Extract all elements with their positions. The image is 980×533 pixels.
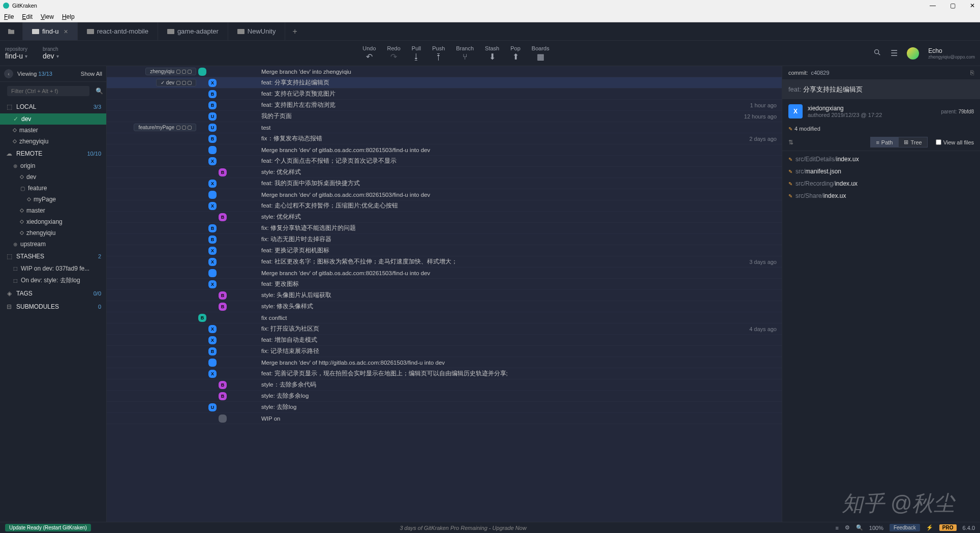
commit-row[interactable]: Xfeat: 增加自动走模式 — [107, 335, 782, 346]
commit-node[interactable] — [208, 146, 217, 154]
minimize-button[interactable]: — — [928, 2, 938, 9]
commit-row[interactable]: Bfix: 记录结束展示路径 — [107, 346, 782, 357]
commit-node[interactable]: X — [208, 258, 217, 266]
menu-file[interactable]: File — [2, 13, 16, 20]
commit-row[interactable]: Bfeat: 支持在记录页预览图片 — [107, 88, 782, 100]
redo-button[interactable]: Redo ↷ — [387, 45, 401, 62]
file-row[interactable]: ✎src/Share/index.ux — [782, 190, 980, 202]
local-branch-dev[interactable]: ✓dev — [0, 113, 106, 125]
commit-row[interactable]: Xfeat: 个人页面点击不报错；记录页首次记录不显示 — [107, 156, 782, 167]
pop-button[interactable]: Pop ⬆ — [510, 45, 520, 62]
commit-row[interactable]: Merge branch 'dev' of gitlab.os.adc.com:… — [107, 144, 782, 156]
undo-button[interactable]: Undo ↶ — [362, 45, 376, 62]
feedback-button[interactable]: Feedback — [890, 524, 920, 531]
commit-row[interactable]: Bfix: 修复分享轨迹不能选图片的问题 — [107, 223, 782, 234]
submodules-section[interactable]: ⊟ SUBMODULES 0 — [0, 300, 106, 313]
commit-row[interactable]: Xfeat: 走心过程不支持暂停；压缩图片;优化走心按钮 — [107, 200, 782, 212]
commit-row[interactable]: Bfix: 动态无图片时去掉容器 — [107, 234, 782, 245]
remote-branch-xiedongxiang[interactable]: xiedongxiang — [0, 216, 106, 227]
commit-row[interactable]: Xfeat: 我的页面中添加拆桌面快捷方式 — [107, 178, 782, 189]
commit-node[interactable]: X — [208, 280, 217, 288]
close-button[interactable]: ✕ — [968, 2, 977, 9]
commit-node[interactable]: B — [219, 213, 227, 221]
branch-tag[interactable]: feature/myPage — [134, 124, 196, 131]
commit-node[interactable]: B — [208, 224, 217, 232]
path-view-button[interactable]: ≡ Path — [870, 137, 898, 147]
remote-branch-dev[interactable]: dev — [0, 171, 106, 183]
commit-row[interactable]: Xfeat: 更改图标 — [107, 279, 782, 290]
zoom-level[interactable]: 100% — [869, 525, 883, 531]
tab-game-adapter[interactable]: game-adapter — [158, 22, 228, 40]
stash-item[interactable]: ⬚WIP on dev: 037fad9 fe... — [0, 263, 106, 274]
user-avatar[interactable] — [907, 47, 919, 60]
settings-button[interactable]: ☰ — [891, 48, 898, 58]
commit-node[interactable] — [198, 68, 206, 76]
branch-tag[interactable]: zhengyiqiu — [145, 68, 196, 75]
commit-row[interactable]: Bstyle: 优化样式 — [107, 212, 782, 223]
commit-row[interactable]: Bstyle: 头像图片从后端获取 — [107, 290, 782, 301]
branch-button[interactable]: Branch ⑂ — [456, 45, 474, 62]
view-all-checkbox[interactable] — [936, 139, 941, 145]
commit-node[interactable]: B — [219, 381, 227, 389]
commit-node[interactable]: X — [208, 370, 217, 378]
local-branch-master[interactable]: master — [0, 125, 106, 136]
commit-node[interactable]: B — [219, 291, 227, 300]
push-button[interactable]: Push ⭱ — [432, 45, 445, 62]
menu-edit[interactable]: Edit — [20, 13, 35, 20]
commit-row[interactable]: Ustyle: 去除log — [107, 402, 782, 413]
add-tab-button[interactable]: + — [285, 22, 304, 40]
commit-graph[interactable]: zhengyiqiuMerge branch 'dev' into zhengy… — [107, 66, 782, 522]
boards-button[interactable]: Boards ▦ — [532, 45, 549, 62]
commit-node[interactable]: B — [208, 90, 217, 98]
list-icon[interactable]: ≡ — [835, 525, 838, 531]
commit-node[interactable]: B — [219, 168, 227, 176]
commit-row[interactable]: Merge branch 'dev' of http://gitlab.os.a… — [107, 357, 782, 368]
commit-node[interactable] — [219, 414, 227, 423]
tab-react-antd-mobile[interactable]: react-antd-mobile — [78, 22, 158, 40]
tab-find-u[interactable]: find-u × — [23, 22, 78, 40]
remote-branch-master[interactable]: master — [0, 205, 106, 216]
commit-node[interactable]: X — [208, 79, 217, 87]
remote-upstream[interactable]: ⊕upstream — [0, 239, 106, 250]
commit-row[interactable]: Bstyle：去除多余代码 — [107, 379, 782, 391]
commit-node[interactable]: B — [198, 314, 206, 322]
commit-row[interactable]: Bfeat: 支持图片左右滑动浏览1 hour ago — [107, 100, 782, 111]
maximize-button[interactable]: ▢ — [948, 2, 958, 9]
commit-row[interactable]: Merge branch 'dev' of gitlab.os.adc.com:… — [107, 268, 782, 279]
pull-button[interactable]: Pull ⭳ — [412, 45, 421, 62]
zoom-icon[interactable]: 🔍 — [856, 524, 863, 531]
nav-back-button[interactable]: ‹ — [4, 69, 13, 78]
tree-view-button[interactable]: ⊞ Tree — [898, 137, 927, 147]
commit-node[interactable]: B — [219, 392, 227, 400]
repo-dropdown[interactable]: repository find-u ▾ — [5, 46, 27, 60]
file-row[interactable]: ✎src/Recording/index.ux — [782, 177, 980, 190]
view-all-files-toggle[interactable]: View all files — [936, 139, 974, 145]
remote-branch-zhengyiqiu[interactable]: zhengyiqiu — [0, 227, 106, 239]
commit-node[interactable]: B — [208, 135, 217, 143]
local-branch-zhengyiqiu[interactable]: zhengyiqiu — [0, 136, 106, 147]
branch-dropdown[interactable]: branch dev ▾ — [43, 46, 59, 60]
search-icon[interactable]: 🔍 — [96, 87, 103, 95]
remote-origin[interactable]: ⊕origin — [0, 160, 106, 171]
commit-row[interactable]: Merge branch 'dev' of gitlab.os.adc.com:… — [107, 189, 782, 200]
menu-view[interactable]: View — [39, 13, 56, 20]
commit-node[interactable]: X — [208, 247, 217, 255]
remote-branch-mypage[interactable]: myPage — [0, 194, 106, 205]
show-all-button[interactable]: Show All — [81, 71, 102, 77]
stashes-section[interactable]: ⬚ STASHES 2 — [0, 250, 106, 263]
stash-button[interactable]: Stash ⬇ — [485, 45, 499, 62]
stash-item[interactable]: ⬚On dev: style: 去除log — [0, 274, 106, 287]
commit-node[interactable]: U — [208, 403, 217, 411]
commit-node[interactable]: B — [208, 235, 217, 244]
commit-node[interactable]: B — [219, 303, 227, 311]
local-section[interactable]: ⬚ LOCAL 3/3 — [0, 100, 106, 113]
tab-newunity[interactable]: NewUnity — [228, 22, 286, 40]
commit-row[interactable]: Bstyle: 优化样式 — [107, 167, 782, 178]
commit-row[interactable]: Bfix conflict — [107, 312, 782, 323]
commit-row[interactable]: Xfeat: 更换记录页相机图标 — [107, 245, 782, 256]
filter-input[interactable] — [7, 86, 89, 96]
remote-section[interactable]: ☁ REMOTE 10/10 — [0, 147, 106, 160]
commit-node[interactable] — [208, 359, 217, 367]
commit-node[interactable]: B — [208, 347, 217, 356]
commit-node[interactable]: B — [208, 101, 217, 109]
